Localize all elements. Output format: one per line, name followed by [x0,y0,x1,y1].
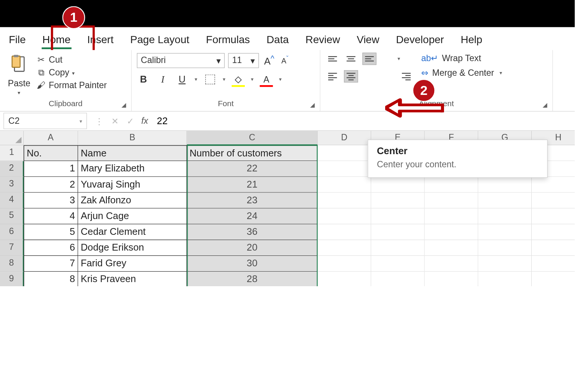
row-header[interactable]: 5 [0,209,24,224]
cell[interactable] [425,193,478,209]
increase-indent-button[interactable] [399,70,413,83]
column-header[interactable]: C [187,131,318,146]
cell[interactable]: Dodge Erikson [78,240,187,256]
cell[interactable]: Farid Grey [78,256,187,272]
tab-review[interactable]: Review [304,32,341,47]
align-left-button[interactable] [326,70,339,83]
cell[interactable] [318,161,371,177]
cell[interactable] [425,224,478,240]
tab-page-layout[interactable]: Page Layout [129,32,190,47]
cell[interactable] [478,240,532,256]
cell[interactable] [532,193,575,209]
cell[interactable] [478,272,532,286]
cell[interactable]: 36 [187,224,318,240]
row-header[interactable]: 6 [0,224,24,240]
tab-insert[interactable]: Insert [86,32,114,47]
cell[interactable]: Number of customers [187,145,318,161]
paste-button[interactable]: Paste ▾ [5,53,33,97]
row-header[interactable]: 7 [0,240,24,256]
cell[interactable] [425,209,478,224]
column-header[interactable]: A [24,131,78,146]
dialog-launcher-icon[interactable]: ◢ [310,101,318,109]
cell[interactable]: Yuvaraj Singh [78,177,187,193]
cell[interactable]: Mary Elizabeth [78,161,187,177]
cell[interactable]: 7 [24,256,78,272]
row-header[interactable]: 8 [0,256,24,272]
cell[interactable]: Zak Alfonzo [78,193,187,209]
bold-button[interactable]: B [137,74,150,86]
font-size-dropdown[interactable]: 11 ▾ [228,53,259,68]
cell[interactable]: 24 [187,209,318,224]
chevron-down-icon[interactable]: ▾ [251,77,254,83]
cell[interactable]: 2 [24,177,78,193]
cell[interactable]: Arjun Cage [78,209,187,224]
cell[interactable] [318,224,371,240]
cell[interactable] [425,272,478,286]
format-painter-button[interactable]: 🖌 Format Painter [36,80,107,90]
dialog-launcher-icon[interactable]: ◢ [543,101,550,109]
chevron-down-icon[interactable]: ▾ [398,56,400,62]
row-header[interactable]: 3 [0,177,24,193]
cell[interactable] [478,193,532,209]
decrease-font-button[interactable]: Aˇ [280,54,290,67]
align-bottom-button[interactable] [362,53,376,65]
cell[interactable]: 23 [187,193,318,209]
cell[interactable] [478,209,532,224]
cell[interactable]: 22 [187,161,318,177]
cell[interactable]: 4 [24,209,78,224]
underline-button[interactable]: U [176,74,189,86]
chevron-down-icon[interactable]: ▾ [279,77,282,83]
cell[interactable] [478,177,532,193]
cell[interactable] [478,224,532,240]
wrap-text-button[interactable]: ab↵ Wrap Text [421,53,502,63]
cell[interactable]: Name [78,145,187,161]
row-header[interactable]: 9 [0,272,24,286]
tab-data[interactable]: Data [266,32,290,47]
cell[interactable]: 6 [24,240,78,256]
cell[interactable] [371,224,425,240]
tab-help[interactable]: Help [460,32,483,47]
cell[interactable]: 1 [24,161,78,177]
align-top-button[interactable] [326,53,339,65]
cell[interactable] [532,209,575,224]
cancel-icon[interactable]: ✕ [111,116,119,126]
fill-color-button[interactable] [232,74,245,86]
cell[interactable] [532,224,575,240]
cell[interactable]: Cedar Clement [78,224,187,240]
cell[interactable] [371,272,425,286]
cell[interactable] [318,193,371,209]
cell[interactable] [371,256,425,272]
italic-button[interactable]: I [156,74,170,86]
row-header[interactable]: 1 [0,145,24,161]
align-center-button[interactable] [344,70,358,83]
cut-button[interactable]: ✂ Cut [36,54,107,65]
cell[interactable]: 20 [187,240,318,256]
cell[interactable] [371,193,425,209]
font-color-button[interactable]: A [260,74,273,86]
cell[interactable] [478,256,532,272]
cell[interactable] [532,272,575,286]
tab-formulas[interactable]: Formulas [205,32,251,47]
cell[interactable] [425,240,478,256]
options-icon[interactable]: ⋮ [95,116,104,126]
cell[interactable] [532,240,575,256]
increase-font-button[interactable]: A^ [262,53,276,68]
cell[interactable] [318,272,371,286]
cell[interactable]: No. [24,145,78,161]
cell[interactable] [318,145,371,161]
cell[interactable]: 28 [187,272,318,286]
cell[interactable]: 8 [24,272,78,286]
cell[interactable] [371,209,425,224]
cell[interactable]: 21 [187,177,318,193]
cell[interactable] [532,256,575,272]
cell[interactable] [425,256,478,272]
chevron-down-icon[interactable]: ▾ [223,77,225,83]
cell[interactable] [318,209,371,224]
cell[interactable] [318,240,371,256]
font-name-dropdown[interactable]: Calibri ▾ [137,53,225,68]
cell[interactable]: Kris Praveen [78,272,187,286]
cell[interactable] [371,240,425,256]
cell[interactable]: 30 [187,256,318,272]
cell[interactable] [318,256,371,272]
formula-input[interactable] [153,113,575,128]
